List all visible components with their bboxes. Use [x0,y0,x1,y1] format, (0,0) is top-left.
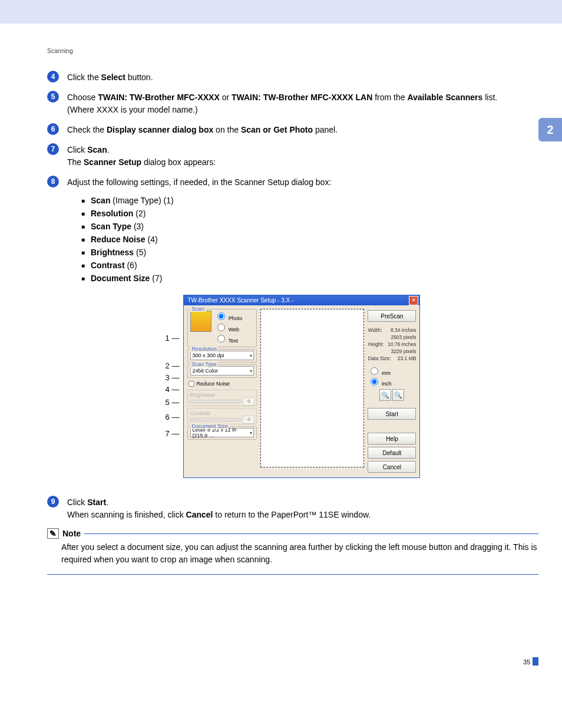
text: Click [67,498,87,507]
close-icon[interactable]: × [409,296,418,305]
radio-web[interactable]: Web [214,322,242,333]
text: Choose [67,93,98,102]
zoom-out-icon[interactable]: 🔍 [392,389,404,401]
callout: 6 — [166,413,181,429]
contrast-group: Contrast 0 [187,408,257,424]
text-bold: Contrast [91,261,125,270]
text-bold: Select [101,73,125,82]
text: (4) [146,235,158,244]
label: Data Size: [368,355,391,362]
rule [84,533,538,534]
text: The [67,157,84,167]
docsize-group: Document Size Letter 8 1/2 x 11 in (215.… [187,426,257,440]
list-item: Contrast (6) [81,261,538,270]
text: Check the [67,125,107,134]
callout: 7 — [166,429,181,445]
dialog-title: TW-Brother XXXX Scanner Setup - 3.X - [187,297,293,304]
text-bold: Document Size [91,274,150,283]
top-band [0,0,562,24]
callout: 1 — [166,334,181,350]
list-item: Document Size (7) [81,274,538,283]
docsize-combo[interactable]: Letter 8 1/2 x 11 in (215.9 … [190,428,254,437]
text-bold: Scan [91,196,110,205]
brightness-group: Brightness 0 [187,390,257,406]
callout: 4 — [166,385,181,398]
step-6: 6 Check the Display scanner dialog box o… [47,123,538,136]
step-8: 8 Adjust the following settings, if need… [47,176,538,189]
text: button. [125,73,153,82]
group-legend: Scan Type [190,361,217,367]
callout: 5 — [166,398,181,413]
text: (3) [131,222,144,231]
step-5: 5 Choose TWAIN: TW-Brother MFC-XXXX or T… [47,91,538,116]
brightness-slider[interactable]: 0 [190,398,254,404]
text-bold: Start [87,498,106,507]
help-button[interactable]: Help [368,433,416,444]
step-num: 5 [47,91,59,103]
scanner-dialog-figure: 1 — 2 — 3 — 4 — 5 — 6 — 7 — TW-Brother X… [47,295,538,478]
page-header: Scanning [47,47,538,54]
text: . [106,498,108,507]
text-bold: TWAIN: TW-Brother MFC-XXXX LAN [232,93,372,102]
callout: 3 — [166,373,181,385]
text: (5) [134,248,146,257]
scantype-group: Scan Type 24bit Color [187,364,257,378]
text-bold: TWAIN: TW-Brother MFC-XXXX [98,93,220,102]
text: list. [482,93,497,102]
preview-area[interactable] [260,309,364,467]
unit-inch-radio[interactable]: inch [368,376,416,387]
text: panel. [313,125,338,134]
text: . [107,145,110,154]
label: Height: [368,341,384,348]
step-num: 8 [47,176,59,187]
text: (Where XXXX is your model name.) [67,105,198,114]
dialog-titlebar[interactable]: TW-Brother XXXX Scanner Setup - 3.X - × [184,295,419,305]
resolution-combo[interactable]: 300 x 300 dpi [190,351,254,360]
start-button[interactable]: Start [368,408,416,420]
zoom-in-icon[interactable]: 🔍 [379,389,391,401]
list-item: Resolution (2) [81,209,538,218]
page-number: 35 [47,657,538,666]
note-heading: Note [62,529,81,538]
step-8-sublist: Scan (Image Type) (1) Resolution (2) Sca… [81,196,538,283]
text-bold: Scan [87,145,107,154]
prescan-button[interactable]: PreScan [368,310,416,322]
group-legend: Scan: [190,306,206,312]
rule [47,574,538,575]
cancel-button[interactable]: Cancel [368,461,416,473]
radio-photo[interactable]: Photo [214,311,242,322]
step-num: 9 [47,496,59,508]
list-item: Brightness (5) [81,248,538,257]
text: Adjust the following settings, if needed… [67,177,331,187]
text-bold: Scan or Get Photo [241,125,313,134]
radio-text[interactable]: Text [214,333,242,344]
step-num: 4 [47,71,59,83]
group-legend: Resolution [190,346,218,352]
callout: 2 — [166,361,181,373]
text: Click the [67,73,101,82]
text-bold: Available Scanners [407,93,482,102]
step-7: 7 Click Scan. The Scanner Setup dialog b… [47,143,538,169]
text: (2) [133,209,146,218]
text-bold: Resolution [91,209,133,218]
text-bold: Reduce Noise [91,235,146,244]
text: to return to the PaperPort™ 11SE window. [213,510,371,519]
scantype-combo[interactable]: 24bit Color [190,366,254,375]
scan-group: Scan: Photo Web Text [187,309,257,347]
reduce-noise-checkbox[interactable]: Reduce Noise [189,381,257,387]
unit-mm-radio[interactable]: mm [368,365,416,376]
step-num: 6 [47,123,59,135]
text: (6) [125,261,137,270]
value: 10.76 inches [388,341,416,348]
value: 2503 pixels [391,334,416,341]
text-bold: Brightness [91,248,134,257]
default-button[interactable]: Default [368,447,416,459]
step-9: 9 Click Start. When scanning is finished… [47,496,538,521]
text-bold: Scanner Setup [84,157,141,167]
contrast-slider[interactable]: 0 [190,417,254,423]
resolution-group: Resolution 300 x 300 dpi [187,349,257,363]
scanner-setup-dialog: TW-Brother XXXX Scanner Setup - 3.X - × … [183,295,420,478]
text: on the [213,125,241,134]
label: Width: [368,327,382,334]
note-heading-row: Note [47,528,538,539]
